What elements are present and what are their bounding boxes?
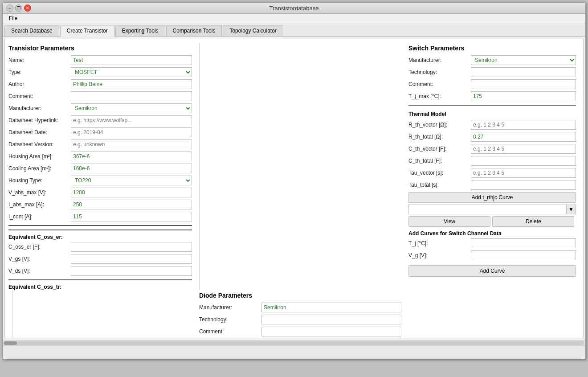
window-bottom [3, 345, 585, 359]
manufacturer-row: Manufacturer: SemikronInfineonST [8, 103, 192, 113]
i-abs-max-input[interactable] [71, 200, 192, 209]
transistor-header: Transistor Parameters [8, 43, 192, 55]
scroll-container[interactable]: Transistor Parameters Name: Type: MOSFET… [4, 39, 584, 338]
file-menu[interactable]: File [6, 14, 20, 22]
sw-v-g-input[interactable] [471, 250, 576, 260]
horizontal-scrollbar[interactable] [3, 340, 585, 345]
datasheet-version-row: Datasheet Version: [8, 139, 192, 149]
housing-area-row: Housing Area [m²]: [8, 152, 192, 161]
sw-dropdown-arrow[interactable]: ▼ [567, 205, 576, 214]
sw-comment-row: Comment: [408, 79, 576, 89]
scrollbar-thumb[interactable] [4, 341, 17, 345]
sw-t-j-input[interactable] [471, 238, 576, 248]
di-comment-input[interactable] [261, 327, 401, 336]
sw-comment-label: Comment: [408, 81, 471, 87]
datasheet-hyperlink-input[interactable] [71, 115, 192, 125]
i-cont-input[interactable] [71, 212, 192, 221]
i-cont-row: I_cont [A]: [8, 212, 192, 221]
v-abs-max-row: V_abs_max [V]: [8, 188, 192, 197]
type-select[interactable]: MOSFETIGBTSiC-MOSFETGaN-HEMT [71, 67, 192, 77]
switch-params-col: Switch Parameters Manufacturer: Semikron… [405, 43, 580, 290]
sw-r-th-total-label: R_th_total [Ω]: [408, 134, 471, 140]
manufacturer-select[interactable]: SemikronInfineonST [71, 103, 192, 113]
tab-create-transistor[interactable]: Create Transistor [60, 25, 114, 37]
datasheet-date-input[interactable] [71, 127, 192, 137]
v-abs-max-input[interactable] [71, 188, 192, 197]
sw-view-delete-row: View Delete [408, 216, 576, 227]
sw-tau-vector-row: Tau_vector [s]: [408, 168, 576, 178]
equiv-c-oss-er-header: Equivalent C_oss_er: [8, 229, 192, 240]
housing-area-input[interactable] [71, 152, 192, 161]
v-abs-max-label: V_abs_max [V]: [8, 189, 71, 196]
name-input[interactable] [71, 55, 192, 65]
minimize-button[interactable]: – [6, 4, 13, 12]
v-ds-input[interactable] [71, 266, 192, 276]
sw-manufacturer-select[interactable]: SemikronInfineon [471, 55, 576, 65]
sw-t-j-max-input[interactable] [471, 91, 576, 101]
tab-search-database[interactable]: Search Database [4, 25, 59, 36]
col-divider-1 [199, 43, 200, 290]
housing-type-select[interactable]: TO220TO247D2PAK [71, 176, 192, 185]
comment-input[interactable] [71, 91, 192, 101]
c-oss-er-input[interactable] [71, 242, 192, 252]
sw-technology-label: Technology: [408, 69, 471, 75]
datasheet-version-label: Datasheet Version: [8, 141, 71, 148]
sw-t-j-row: T_j [°C]: [408, 238, 576, 248]
sw-c-th-total-row: C_th_total [F]: [408, 156, 576, 166]
sw-manufacturer-label: Manufacturer: [408, 57, 471, 63]
sw-tau-vector-input[interactable] [471, 168, 576, 178]
datasheet-version-input[interactable] [71, 139, 192, 149]
sw-c-th-vector-input[interactable] [471, 144, 576, 154]
sw-c-th-vector-row: C_th_vector [F]: [408, 144, 576, 154]
maximize-button[interactable]: ❐ [15, 4, 22, 12]
sw-divider [408, 105, 576, 106]
sw-c-th-vector-label: C_th_vector [F]: [408, 146, 471, 152]
window-title: Transistordatabase [33, 5, 555, 12]
sw-v-g-row: V_g [V]: [408, 250, 576, 260]
i-abs-max-row: I_abs_max [A]: [8, 200, 192, 209]
sw-r-th-total-input[interactable] [471, 132, 576, 142]
content-area: Transistor Parameters Name: Type: MOSFET… [3, 37, 585, 340]
sw-r-th-total-row: R_th_total [Ω]: [408, 132, 576, 142]
titlebar: – ❐ ✕ Transistordatabase [3, 3, 585, 14]
sw-add-t-rthjc-button[interactable]: Add t_rthjc Curve [408, 192, 576, 203]
sw-tau-total-row: Tau_total [s]: [408, 180, 576, 190]
sw-technology-input[interactable] [471, 67, 576, 77]
sw-dropdown-row: ▼ [408, 205, 576, 214]
cooling-area-label: Cooling Area [m²]: [8, 165, 71, 172]
main-grid: Transistor Parameters Name: Type: MOSFET… [5, 39, 583, 338]
di-manufacturer-row: Manufacturer: [199, 303, 401, 312]
di-manufacturer-input[interactable] [261, 303, 401, 312]
sw-comment-input[interactable] [471, 79, 576, 89]
sw-t-j-label: T_j [°C]: [408, 240, 471, 246]
sw-delete-button[interactable]: Delete [492, 216, 574, 227]
sw-channels-header: Add Curves for Switch Channel Data [408, 230, 576, 237]
author-row: Author [8, 79, 192, 89]
author-input[interactable] [71, 79, 192, 89]
scrollbar-track [4, 341, 584, 345]
tab-topology-calculator[interactable]: Topology Calculator [223, 25, 283, 36]
di-technology-input[interactable] [261, 315, 401, 324]
datasheet-date-label: Datasheet Date: [8, 129, 71, 135]
tab-comparison-tools[interactable]: Comparison Tools [166, 25, 222, 36]
sw-c-th-total-input[interactable] [471, 156, 576, 166]
cooling-area-input[interactable] [71, 164, 192, 173]
sw-t-j-max-label: T_j_max [°C]: [408, 93, 471, 99]
name-row: Name: [8, 55, 192, 65]
sw-dropdown-input[interactable] [408, 205, 567, 214]
comment-label: Comment: [8, 93, 71, 99]
v-gs-input[interactable] [71, 254, 192, 264]
di-technology-label: Technology: [199, 316, 261, 323]
tab-exporting-tools[interactable]: Exporting Tools [115, 25, 165, 36]
v-ds-row: V_ds [V]: [8, 266, 192, 276]
sw-thermal-header: Thermal Model [408, 109, 576, 117]
close-button[interactable]: ✕ [24, 4, 31, 12]
sw-add-curve-button[interactable]: Add Curve [408, 265, 576, 277]
switch-header: Switch Parameters [408, 43, 576, 55]
sw-technology-row: Technology: [408, 67, 576, 77]
sw-r-th-vector-input[interactable] [471, 120, 576, 130]
transistor-params-col: Transistor Parameters Name: Type: MOSFET… [8, 43, 196, 290]
sw-view-button[interactable]: View [408, 216, 490, 227]
sw-tau-total-input[interactable] [471, 180, 576, 190]
c-oss-er-row: C_oss_er [F]: [8, 242, 192, 252]
